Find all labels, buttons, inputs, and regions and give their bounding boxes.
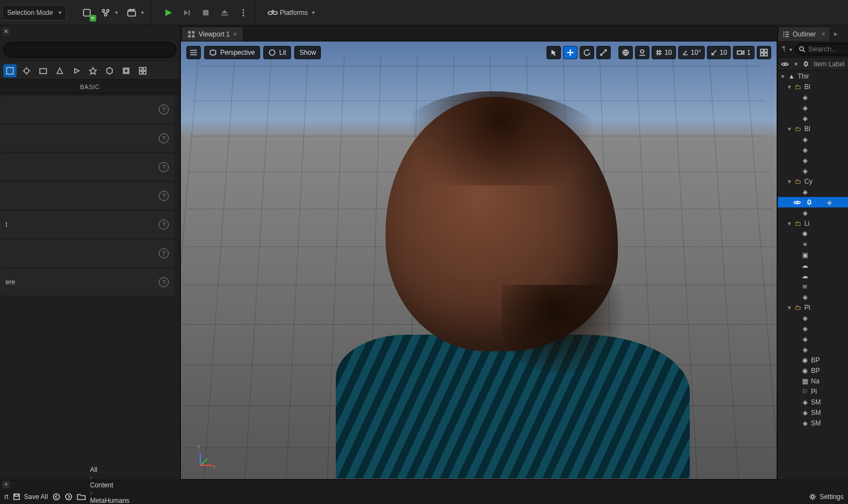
place-actors-search-input[interactable] bbox=[3, 42, 176, 58]
help-icon[interactable]: ? bbox=[159, 248, 169, 258]
outliner-actor-row[interactable]: ◈ bbox=[778, 344, 848, 355]
play-skip-button[interactable] bbox=[179, 5, 195, 20]
bookmark-icon[interactable]: ✶ bbox=[793, 60, 799, 68]
viewport-tab-close-button[interactable]: × bbox=[233, 30, 237, 38]
help-icon[interactable]: ? bbox=[159, 105, 169, 115]
place-actor-item[interactable]: ere? bbox=[0, 269, 174, 295]
outliner-actor-row[interactable]: ◈ bbox=[778, 113, 848, 123]
pin-icon[interactable] bbox=[807, 199, 812, 206]
outliner-tree[interactable]: ▾▲Thir▾🗀Bl◈◈◈▾🗀Bl◈◈◈◈▾🗀Cy◈◈◈▾🗀Li✺☀▣☁☁≋◈▾… bbox=[778, 71, 848, 480]
pin-icon[interactable] bbox=[803, 61, 809, 67]
surface-snap-button[interactable] bbox=[635, 46, 649, 59]
viewport-options-button[interactable] bbox=[186, 46, 201, 59]
cinematics-dropdown[interactable] bbox=[123, 5, 147, 20]
editor-mode-dropdown[interactable]: Selection Mode bbox=[2, 5, 66, 20]
content-settings-button[interactable]: Settings bbox=[809, 493, 844, 501]
expand-toggle[interactable]: ▾ bbox=[780, 72, 785, 80]
outliner-folder-row[interactable]: ▾🗀Bl bbox=[778, 123, 848, 134]
outliner-actor-row[interactable]: ◈SM bbox=[778, 407, 848, 418]
expand-toggle[interactable]: ▾ bbox=[787, 125, 792, 133]
expand-toggle[interactable]: ▾ bbox=[787, 178, 792, 185]
help-icon[interactable]: ? bbox=[159, 220, 169, 230]
perspective-dropdown[interactable]: Perspective bbox=[204, 46, 260, 59]
outliner-folder-row[interactable]: ▾🗀Cy bbox=[778, 176, 848, 186]
scale-snap-toggle[interactable]: 10 bbox=[707, 46, 731, 59]
category-basic-button[interactable] bbox=[3, 64, 17, 77]
outliner-actor-row[interactable]: ◈ bbox=[778, 144, 848, 155]
place-actor-item[interactable]: ? bbox=[0, 125, 174, 152]
grid-snap-toggle[interactable]: 10 bbox=[652, 46, 675, 59]
outliner-actor-row[interactable]: ✺ bbox=[778, 228, 848, 239]
outliner-actor-row[interactable]: ◈SM bbox=[778, 418, 848, 428]
help-icon[interactable]: ? bbox=[159, 133, 169, 143]
category-visual-effects-button[interactable] bbox=[86, 64, 100, 77]
place-actor-item[interactable]: ? bbox=[0, 154, 174, 180]
outliner-actor-row[interactable]: ◉BP bbox=[778, 365, 848, 376]
outliner-actor-row[interactable]: ◈ bbox=[778, 292, 848, 302]
outliner-actor-row[interactable]: ◈ bbox=[778, 134, 848, 144]
expand-toggle[interactable]: ▾ bbox=[787, 83, 792, 91]
angle-snap-toggle[interactable]: 10° bbox=[678, 46, 705, 59]
visibility-icon[interactable] bbox=[781, 61, 789, 67]
expand-toggle[interactable]: ▾ bbox=[787, 304, 792, 311]
play-button[interactable] bbox=[160, 5, 176, 20]
category-volumes-button[interactable] bbox=[119, 64, 133, 77]
breadcrumb-item[interactable]: Content bbox=[90, 481, 129, 489]
rotate-tool-button[interactable] bbox=[580, 46, 594, 59]
show-dropdown[interactable]: Show bbox=[294, 46, 321, 59]
place-actor-item[interactable]: ? bbox=[0, 96, 174, 123]
outliner-tab[interactable]: Outliner × bbox=[778, 27, 830, 41]
history-forward-button[interactable] bbox=[65, 493, 72, 501]
breadcrumb-item[interactable]: MetaHumans bbox=[90, 497, 129, 504]
stop-button[interactable] bbox=[197, 5, 214, 20]
place-actor-item[interactable]: ? bbox=[0, 240, 174, 267]
viewport-tab[interactable]: Viewport 1 × bbox=[181, 27, 243, 41]
outliner-actor-row[interactable]: ◈SM bbox=[778, 397, 848, 407]
play-options-button[interactable] bbox=[235, 5, 252, 20]
outliner-actor-row[interactable]: ▣ bbox=[778, 250, 848, 260]
help-icon[interactable]: ? bbox=[159, 277, 169, 287]
viewport-canvas[interactable]: x z bbox=[181, 41, 777, 479]
translate-tool-button[interactable] bbox=[563, 46, 578, 59]
outliner-actor-row[interactable]: ▾▲Thir bbox=[778, 71, 848, 81]
scale-tool-button[interactable] bbox=[596, 46, 611, 59]
expand-toggle[interactable]: ▾ bbox=[787, 220, 792, 227]
category-shapes-button[interactable] bbox=[53, 64, 66, 77]
import-button[interactable]: rt bbox=[4, 493, 8, 501]
breadcrumb-folder-button[interactable] bbox=[77, 493, 86, 501]
outliner-actor-row[interactable]: ◈ bbox=[778, 197, 848, 207]
visibility-icon[interactable] bbox=[793, 200, 801, 205]
close-content-browser-button[interactable]: × bbox=[2, 481, 10, 489]
category-lights-button[interactable] bbox=[20, 64, 33, 77]
place-actor-item[interactable]: ? bbox=[0, 183, 174, 209]
outliner-actor-row[interactable]: ☁ bbox=[778, 260, 848, 271]
eject-button[interactable] bbox=[216, 5, 233, 20]
outliner-tab-close-button[interactable]: × bbox=[821, 30, 825, 38]
outliner-folder-row[interactable]: ▾🗀Pl bbox=[778, 302, 848, 313]
add-content-button[interactable] bbox=[79, 5, 95, 20]
category-all-button[interactable] bbox=[136, 64, 149, 77]
outliner-actor-row[interactable]: ◈ bbox=[778, 207, 848, 218]
select-tool-button[interactable] bbox=[547, 46, 561, 59]
outliner-actor-row[interactable]: ◈ bbox=[778, 155, 848, 165]
help-icon[interactable]: ? bbox=[159, 162, 169, 172]
outliner-actor-row[interactable]: ◈ bbox=[778, 334, 848, 344]
outliner-actor-row[interactable]: ◈ bbox=[778, 92, 848, 102]
new-tab-button[interactable]: ▸ bbox=[830, 27, 841, 41]
breadcrumb-item[interactable]: All bbox=[90, 466, 129, 474]
platforms-dropdown[interactable]: Platforms bbox=[264, 5, 319, 20]
help-icon[interactable]: ? bbox=[159, 191, 169, 201]
viewport-layout-button[interactable] bbox=[757, 46, 771, 59]
close-left-panel-button[interactable]: × bbox=[2, 28, 10, 35]
category-geometry-button[interactable] bbox=[103, 64, 116, 77]
outliner-actor-row[interactable]: ☁ bbox=[778, 271, 848, 281]
viewport[interactable]: x z Perspective Lit Show bbox=[180, 41, 777, 480]
blueprint-dropdown[interactable] bbox=[97, 5, 121, 20]
outliner-actor-row[interactable]: ◉BP bbox=[778, 355, 848, 365]
outliner-folder-row[interactable]: ▾🗀Bl bbox=[778, 81, 848, 92]
save-all-button[interactable]: Save All bbox=[13, 493, 48, 501]
place-actor-item[interactable]: t? bbox=[0, 211, 174, 238]
coordinate-space-button[interactable] bbox=[618, 46, 633, 59]
category-media-button[interactable] bbox=[70, 64, 83, 77]
outliner-filter-button[interactable] bbox=[781, 41, 792, 57]
